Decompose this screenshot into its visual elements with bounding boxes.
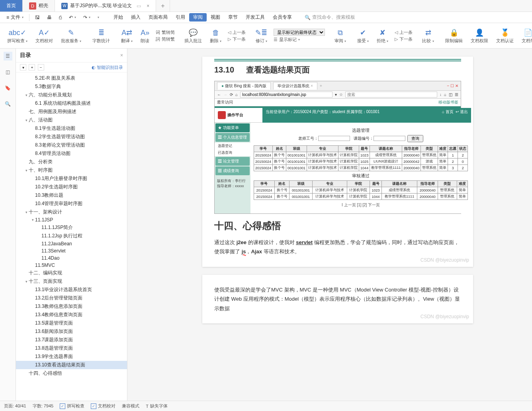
qat-print-icon[interactable]: 🖶: [44, 12, 55, 23]
new-tab-button[interactable]: +: [156, 0, 170, 12]
reject-button[interactable]: ✘拒绝 ▾: [373, 27, 392, 44]
ribbon-tab-插入[interactable]: 插入: [127, 14, 145, 21]
compare-button[interactable]: ⇄比较 ▾: [418, 27, 438, 44]
outline-icon[interactable]: ☰: [4, 52, 12, 61]
outline-node[interactable]: 13.10查看选题结果页面: [16, 361, 127, 369]
status-proofing[interactable]: ✓文档校对: [91, 403, 115, 409]
outline-node[interactable]: 十二、编码实现: [16, 269, 127, 277]
outline-node[interactable]: 8.4管理员活动图: [16, 149, 127, 158]
ribbon-tab-开发工具[interactable]: 开发工具: [242, 14, 269, 21]
insert-comment-button[interactable]: 💬插入批注: [180, 27, 206, 44]
outline-node[interactable]: 11.1.2Jsp 执行过程: [16, 232, 127, 240]
outline-node[interactable]: 11.1.1JSP简介: [16, 223, 127, 232]
outline-node[interactable]: 13.5课题管理页面: [16, 319, 127, 327]
status-spellcheck[interactable]: ✓拼写检查: [60, 403, 84, 409]
certify-button[interactable]: 🏅文档认证: [492, 27, 518, 44]
tab-daoke[interactable]: D稻壳: [23, 0, 55, 12]
outline-node[interactable]: 九、分析类: [16, 158, 127, 166]
next-change-button[interactable]: ▷ 下一条: [395, 36, 413, 42]
restrict-edit-button[interactable]: 🔒限制编辑: [441, 27, 467, 44]
outline-node[interactable]: 13.3教师信息添加页面: [16, 302, 127, 311]
outline-node[interactable]: ▾八、活动图: [16, 116, 127, 124]
wordcount-button[interactable]: ≣字数统计: [88, 27, 114, 44]
expand-icon[interactable]: +: [29, 64, 35, 70]
missing-font[interactable]: T缺失字体: [146, 403, 168, 409]
outline-node[interactable]: ▾11.1JSP: [16, 216, 127, 223]
translate-button[interactable]: A⇄翻译 ▾: [117, 27, 137, 44]
outline-node[interactable]: 11.4Dao: [16, 254, 127, 262]
qat-preview-icon[interactable]: ⎙: [56, 12, 65, 23]
qat-redo-icon[interactable]: ↷▾: [80, 12, 94, 23]
outline-node[interactable]: 13.6新闻添加页面: [16, 327, 127, 336]
smart-outline-button[interactable]: ◐智能识别目录: [92, 65, 123, 70]
review-pane-button[interactable]: ⧉审阅 ▾: [331, 27, 350, 44]
outline-node[interactable]: 13.9学生选题界面: [16, 352, 127, 361]
page-indicator[interactable]: 页面: 40/41: [4, 403, 26, 409]
outline-node[interactable]: 8.2学生选题管理活动图: [16, 133, 127, 141]
compat-mode[interactable]: 兼容模式: [122, 403, 139, 409]
outline-node[interactable]: 十四、心得感悟: [16, 369, 127, 378]
outline-node[interactable]: 13.1毕业设计选题系统首页: [16, 286, 127, 294]
ribbon-tab-引用[interactable]: 引用: [172, 14, 189, 21]
collapse-all-icon[interactable]: ▾: [20, 64, 26, 70]
ribbon-tab-章节[interactable]: 章节: [224, 14, 242, 21]
bookmark-icon[interactable]: 🔖: [4, 84, 12, 92]
nav-icon[interactable]: ◫: [4, 68, 12, 76]
outline-node[interactable]: 10.2学生选题时序图: [16, 183, 127, 191]
simp-to-trad-button[interactable]: 詞 简转繁: [156, 36, 175, 42]
qat-undo-icon[interactable]: ↶▾: [66, 12, 79, 23]
changes-button[interactable]: ✎批改服务 ▾: [57, 27, 85, 44]
outline-node[interactable]: 13.4教师信息查询页面: [16, 311, 127, 319]
next-comment-button[interactable]: ▷ 下一条: [228, 36, 246, 42]
accept-button[interactable]: ✔接受 ▾: [353, 27, 373, 44]
outline-node[interactable]: 10.3教师出题: [16, 191, 127, 200]
outline-node[interactable]: 8.3老师论文管理活动图: [16, 141, 127, 149]
outline-node[interactable]: ▾十一、架构设计: [16, 208, 127, 216]
spellcheck-button[interactable]: abc✓拼写检查 ▾: [3, 27, 31, 44]
word-count[interactable]: 字数: 7945: [33, 403, 54, 409]
delete-comment-button[interactable]: 🗑删除 ▾: [206, 27, 225, 44]
outline-node[interactable]: ▾十三、页面实现: [16, 277, 127, 286]
close-icon[interactable]: ×: [147, 3, 149, 9]
command-search[interactable]: 🔍 查找命令、搜索模板: [305, 14, 355, 21]
qat-save-icon[interactable]: 🖫: [32, 12, 43, 23]
outline-node[interactable]: 13.2后台管理登陆页面: [16, 294, 127, 302]
outline-node[interactable]: 10.4管理员审题时序图: [16, 200, 127, 208]
ribbon-tab-审阅[interactable]: 审阅: [189, 13, 207, 22]
outline-node[interactable]: 6.1 系统功能结构图及描述: [16, 99, 127, 108]
collapse-icon[interactable]: −: [38, 64, 44, 70]
tab-document[interactable]: W 基于JSP的毕...实现 毕业论文 ▭ ×: [55, 0, 156, 12]
outline-node[interactable]: 10.1用户注册登录时序图: [16, 174, 127, 183]
ribbon-tab-开始[interactable]: 开始: [110, 14, 127, 21]
outline-node[interactable]: 5.2E-R 图及关系表: [16, 74, 127, 82]
close-panel-icon[interactable]: ×: [120, 53, 123, 58]
search-panel-icon[interactable]: 🔍: [4, 100, 12, 108]
outline-node[interactable]: 11.3Servlet: [16, 247, 127, 254]
ribbon-tab-视图[interactable]: 视图: [207, 14, 224, 21]
trad-to-simp-button[interactable]: 词 繁转简: [156, 29, 175, 35]
outline-node[interactable]: 13.8选题管理页面: [16, 344, 127, 352]
ribbon-tab-页面布局[interactable]: 页面布局: [145, 14, 172, 21]
permission-button[interactable]: 👤文档权限: [467, 27, 492, 44]
markup-display-select[interactable]: 显示标记的最终状态: [274, 29, 325, 36]
docnote-button[interactable]: 📄文档笔: [518, 27, 532, 44]
outline-node[interactable]: ▾六、功能分析及规划: [16, 91, 127, 99]
outline-node[interactable]: 11.5MVC: [16, 262, 127, 269]
outline-node[interactable]: 七、用例图及用例描述: [16, 108, 127, 116]
ribbon-tab-会员专享[interactable]: 会员专享: [269, 14, 296, 21]
track-changes-button[interactable]: ✎≣修订 ▾: [251, 27, 271, 44]
outline-node[interactable]: 5.3数据字典: [16, 82, 127, 91]
tab-home[interactable]: 首页: [0, 0, 23, 12]
pin-icon[interactable]: ▭: [137, 3, 141, 9]
qat-dropdown-icon[interactable]: ▾: [94, 12, 102, 23]
outline-node[interactable]: ▾十、时序图: [16, 166, 127, 174]
outline-node[interactable]: 11.2JavaBean: [16, 240, 127, 247]
document-area[interactable]: 13.10查看选题结果页面 ● 微软 Bing 搜索 - 国内版 毕业设计选题系…: [127, 49, 532, 401]
menu-hamburger[interactable]: ≡ 文件 ▾: [3, 12, 27, 23]
prev-change-button[interactable]: ◁ 上一条: [395, 29, 413, 35]
outline-node[interactable]: 13.7课题添加页面: [16, 336, 127, 344]
outline-node[interactable]: 8.1学生选题活动图: [16, 124, 127, 133]
proofing-button[interactable]: A✓文档校对: [31, 27, 57, 44]
show-markup-button[interactable]: ☰ 显示标记 ▾: [274, 37, 325, 43]
prev-comment-button[interactable]: ◁ 上一条: [228, 29, 246, 35]
